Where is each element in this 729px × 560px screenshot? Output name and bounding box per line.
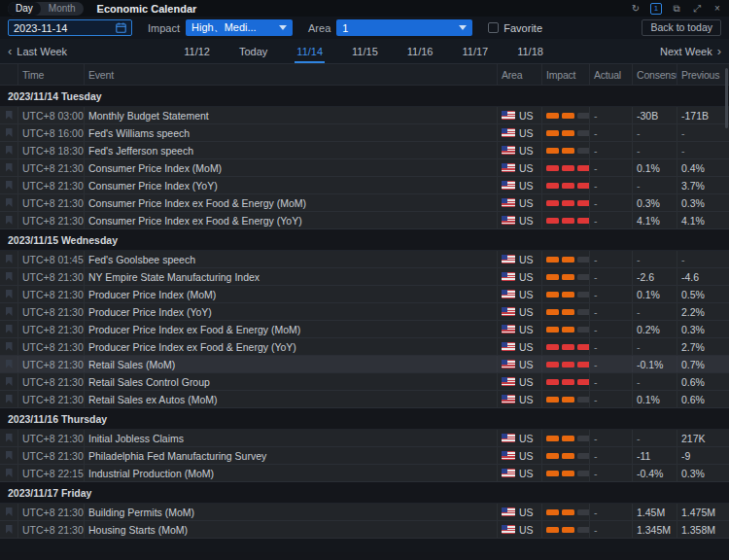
day-toggle-button[interactable]: Day	[8, 2, 41, 16]
event-row[interactable]: UTC+8 03:00Monthly Budget StatementUS--3…	[0, 107, 729, 124]
bookmark-icon[interactable]	[6, 146, 13, 155]
event-row[interactable]: UTC+8 21:30Consumer Price Index ex Food …	[0, 212, 729, 229]
event-time: UTC+8 21:30	[17, 447, 84, 464]
previous-value: -	[677, 251, 729, 267]
bookmark-icon[interactable]	[6, 307, 13, 316]
chevron-left-icon: ‹	[8, 45, 12, 57]
event-row[interactable]: UTC+8 21:30Initial Jobless ClaimsUS--217…	[0, 430, 729, 447]
event-row[interactable]: UTC+8 18:30Fed's Jefferson speechUS---	[0, 142, 729, 159]
bookmark-icon[interactable]	[6, 255, 13, 263]
event-name: NY Empire State Manufacturing Index	[84, 268, 497, 285]
event-row[interactable]: UTC+8 21:30Philadelphia Fed Manufacturin…	[0, 447, 729, 465]
impact-indicator	[541, 251, 589, 267]
impact-indicator	[541, 268, 589, 285]
header-consensus: Consensus	[632, 64, 677, 85]
impact-dropdown[interactable]: High、Medi...	[186, 19, 293, 36]
event-time: UTC+8 21:30	[17, 268, 84, 285]
week-date-today[interactable]: Today	[237, 41, 269, 62]
event-name: Housing Starts (MoM)	[84, 521, 497, 538]
date-picker-input[interactable]: 2023-11-14	[8, 19, 132, 36]
week-date-11-14[interactable]: 11/14	[295, 41, 325, 62]
event-name: Consumer Price Index (YoY)	[84, 177, 497, 193]
favorite-filter[interactable]: Favorite	[488, 22, 542, 34]
bookmark-icon[interactable]	[6, 198, 13, 207]
bookmark-icon[interactable]	[6, 128, 13, 137]
previous-value: 2.2%	[677, 303, 729, 320]
event-row[interactable]: UTC+8 21:30Consumer Price Index (YoY)US-…	[0, 177, 729, 194]
section-header: 2023/11/17 Friday	[0, 482, 729, 504]
event-row[interactable]: UTC+8 01:45Fed's Goolsbee speechUS---	[0, 251, 729, 268]
actual-value: -	[589, 177, 632, 193]
event-time: UTC+8 21:30	[17, 338, 84, 355]
week-date-11-17[interactable]: 11/17	[460, 41, 490, 62]
event-row[interactable]: UTC+8 21:30Producer Price Index ex Food …	[0, 338, 729, 356]
actual-value: -	[589, 303, 632, 320]
area-code: US	[519, 341, 534, 353]
bookmark-icon[interactable]	[6, 434, 13, 442]
bookmark-icon[interactable]	[6, 342, 13, 351]
event-time: UTC+8 21:30	[17, 194, 84, 211]
event-row[interactable]: UTC+8 21:30Producer Price Index (YoY)US-…	[0, 303, 729, 321]
us-flag-icon	[502, 272, 515, 281]
event-name: Consumer Price Index ex Food & Energy (M…	[84, 194, 497, 211]
multi-window-icon[interactable]: ⧉	[671, 3, 682, 15]
event-row[interactable]: UTC+8 21:30Consumer Price Index ex Food …	[0, 194, 729, 212]
bookmark-icon[interactable]	[6, 163, 13, 172]
event-area: US	[497, 504, 541, 520]
vertical-scrollbar[interactable]	[725, 68, 728, 128]
bookmark-icon[interactable]	[6, 111, 13, 120]
actual-value: -	[589, 465, 632, 481]
event-row[interactable]: UTC+8 21:30Producer Price Index (MoM)US-…	[0, 286, 729, 303]
event-row[interactable]: UTC+8 21:30NY Empire State Manufacturing…	[0, 268, 729, 286]
event-row[interactable]: UTC+8 22:15Industrial Production (MoM)US…	[0, 465, 729, 482]
impact-indicator	[541, 356, 589, 372]
bookmark-icon[interactable]	[6, 360, 13, 368]
bookmark-icon[interactable]	[6, 525, 13, 534]
back-to-today-button[interactable]: Back to today	[642, 19, 721, 36]
event-row[interactable]: UTC+8 21:30Retail Sales ex Autos (MoM)US…	[0, 391, 729, 408]
week-date-11-12[interactable]: 11/12	[182, 41, 212, 62]
day-month-toggle: Day Month	[8, 2, 84, 16]
bookmark-icon[interactable]	[6, 216, 13, 225]
event-row[interactable]: UTC+8 21:30Consumer Price Index (MoM)US-…	[0, 159, 729, 177]
bookmark-icon[interactable]	[6, 508, 13, 516]
month-toggle-button[interactable]: Month	[41, 2, 84, 16]
area-dropdown[interactable]: 1	[336, 19, 472, 36]
bookmark-icon[interactable]	[6, 325, 13, 333]
bookmark-icon[interactable]	[6, 451, 13, 460]
event-time: UTC+8 21:30	[17, 430, 84, 446]
week-date-11-16[interactable]: 11/16	[405, 41, 435, 62]
week-date-11-18[interactable]: 11/18	[515, 41, 545, 62]
week-date-11-15[interactable]: 11/15	[350, 41, 380, 62]
event-name: Monthly Budget Statement	[84, 107, 497, 123]
bookmark-icon[interactable]	[6, 181, 13, 190]
event-name: Retail Sales (MoM)	[84, 356, 497, 372]
economic-calendar-window: Day Month Economic Calendar ↻ 1 ⧉ ⤢ × 20…	[0, 0, 729, 560]
event-name: Producer Price Index ex Food & Energy (M…	[84, 321, 497, 337]
expand-icon[interactable]: ⤢	[691, 3, 703, 15]
event-row[interactable]: UTC+8 21:30Housing Starts (MoM)US-1.345M…	[0, 521, 729, 539]
refresh-icon[interactable]: ↻	[630, 3, 642, 15]
event-row[interactable]: UTC+8 16:00Fed's Williams speechUS---	[0, 124, 729, 142]
impact-indicator	[541, 124, 589, 141]
last-week-button[interactable]: ‹ Last Week	[8, 45, 67, 57]
consensus-value: -	[632, 373, 677, 390]
bookmark-icon[interactable]	[6, 377, 13, 386]
bookmark-icon[interactable]	[6, 272, 13, 281]
us-flag-icon	[502, 111, 515, 120]
single-window-icon[interactable]: 1	[650, 3, 662, 15]
next-week-button[interactable]: Next Week ›	[660, 45, 721, 57]
event-row[interactable]: UTC+8 21:30Building Permits (MoM)US-1.45…	[0, 504, 729, 521]
bottom-strip	[0, 552, 729, 560]
event-row[interactable]: UTC+8 21:30Retail Sales (MoM)US--0.1%0.7…	[0, 356, 729, 373]
bookmark-icon[interactable]	[6, 469, 13, 477]
tab-economic-calendar[interactable]: Economic Calendar	[97, 3, 197, 15]
bookmark-icon[interactable]	[6, 395, 13, 403]
event-row[interactable]: UTC+8 21:30Producer Price Index ex Food …	[0, 321, 729, 338]
favorite-checkbox[interactable]	[488, 22, 499, 33]
event-row[interactable]: UTC+8 21:30Retail Sales Control GroupUS-…	[0, 373, 729, 391]
close-icon[interactable]: ×	[712, 3, 723, 15]
area-code: US	[519, 507, 534, 518]
us-flag-icon	[502, 395, 515, 403]
bookmark-icon[interactable]	[6, 290, 13, 298]
